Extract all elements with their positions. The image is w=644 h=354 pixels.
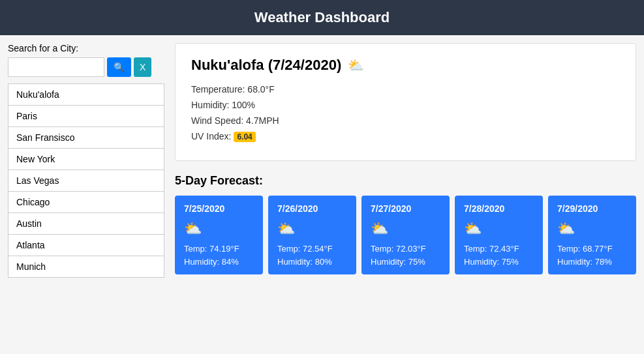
current-weather-title: Nuku'alofa (7/24/2020) bbox=[191, 57, 341, 74]
forecast-temp: Temp: 72.54°F bbox=[277, 244, 347, 254]
forecast-icon: ⛅ bbox=[557, 220, 627, 237]
forecast-humidity: Humidity: 75% bbox=[464, 257, 534, 267]
weather-icon: ⛅ bbox=[348, 57, 364, 73]
uv-index-detail: UV Index: 6.04 bbox=[191, 131, 620, 142]
forecast-title: 5-Day Forecast: bbox=[175, 174, 636, 188]
forecast-date: 7/27/2020 bbox=[371, 203, 440, 214]
city-list: Nuku'alofaParisSan FransiscoNew YorkLas … bbox=[8, 83, 164, 278]
sidebar: Search for a City: 🔍 X Nuku'alofaParisSa… bbox=[8, 43, 164, 278]
city-item[interactable]: Chicago bbox=[8, 191, 164, 213]
forecast-temp: Temp: 72.03°F bbox=[371, 244, 440, 254]
uv-badge: 6.04 bbox=[234, 132, 255, 142]
forecast-date: 7/28/2020 bbox=[464, 203, 534, 214]
city-item[interactable]: Munich bbox=[8, 256, 164, 278]
forecast-temp: Temp: 72.43°F bbox=[464, 244, 534, 254]
forecast-card: 7/28/2020 ⛅ Temp: 72.43°F Humidity: 75% bbox=[455, 196, 543, 274]
forecast-temp: Temp: 74.19°F bbox=[184, 244, 254, 254]
forecast-humidity: Humidity: 80% bbox=[277, 257, 347, 267]
city-item[interactable]: Las Vegas bbox=[8, 170, 164, 191]
forecast-icon: ⛅ bbox=[184, 220, 254, 237]
clear-button[interactable]: X bbox=[134, 57, 151, 77]
forecast-cards: 7/25/2020 ⛅ Temp: 74.19°F Humidity: 84% … bbox=[175, 196, 636, 274]
forecast-icon: ⛅ bbox=[277, 220, 347, 237]
forecast-date: 7/25/2020 bbox=[184, 203, 254, 214]
header-title: Weather Dashboard bbox=[254, 9, 390, 25]
content: Nuku'alofa (7/24/2020) ⛅ Temperature: 68… bbox=[175, 43, 636, 278]
forecast-temp: Temp: 68.77°F bbox=[557, 244, 627, 254]
forecast-humidity: Humidity: 75% bbox=[371, 257, 440, 267]
search-input[interactable] bbox=[8, 57, 104, 77]
forecast-humidity: Humidity: 84% bbox=[184, 257, 254, 267]
forecast-date: 7/29/2020 bbox=[557, 203, 627, 214]
forecast-card: 7/27/2020 ⛅ Temp: 72.03°F Humidity: 75% bbox=[361, 196, 450, 274]
forecast-icon: ⛅ bbox=[371, 220, 440, 237]
city-item[interactable]: Nuku'alofa bbox=[8, 83, 164, 105]
city-item[interactable]: San Fransisco bbox=[8, 126, 164, 148]
forecast-card: 7/29/2020 ⛅ Temp: 68.77°F Humidity: 78% bbox=[548, 196, 636, 274]
forecast-section: 5-Day Forecast: 7/25/2020 ⛅ Temp: 74.19°… bbox=[175, 174, 636, 274]
humidity-detail: Humidity: 100% bbox=[191, 100, 620, 110]
city-item[interactable]: Atlanta bbox=[8, 234, 164, 256]
uv-label: UV Index: bbox=[191, 131, 231, 141]
search-label: Search for a City: bbox=[8, 43, 164, 53]
wind-speed-detail: Wind Speed: 4.7MPH bbox=[191, 115, 620, 126]
city-item[interactable]: New York bbox=[8, 148, 164, 170]
forecast-card: 7/26/2020 ⛅ Temp: 72.54°F Humidity: 80% bbox=[268, 196, 356, 274]
current-weather-card: Nuku'alofa (7/24/2020) ⛅ Temperature: 68… bbox=[175, 43, 636, 161]
city-item[interactable]: Austin bbox=[8, 213, 164, 234]
city-item[interactable]: Paris bbox=[8, 105, 164, 126]
forecast-humidity: Humidity: 78% bbox=[557, 257, 627, 267]
forecast-card: 7/25/2020 ⛅ Temp: 74.19°F Humidity: 84% bbox=[175, 196, 263, 274]
search-button[interactable]: 🔍 bbox=[107, 57, 131, 77]
forecast-icon: ⛅ bbox=[464, 220, 534, 237]
header: Weather Dashboard bbox=[0, 0, 644, 35]
forecast-date: 7/26/2020 bbox=[277, 203, 347, 214]
temperature-detail: Temperature: 68.0°F bbox=[191, 84, 620, 95]
